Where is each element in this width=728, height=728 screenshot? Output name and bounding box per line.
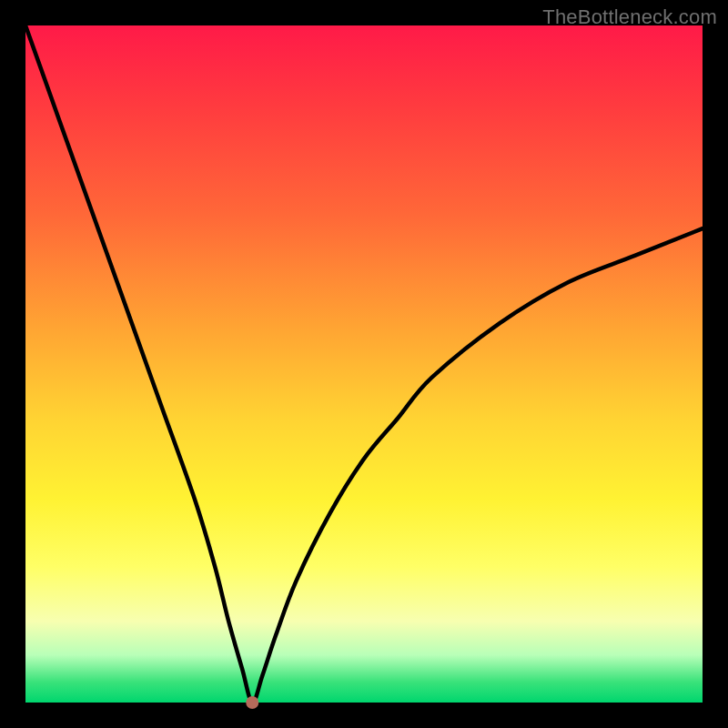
plot-area	[25, 25, 703, 703]
minimum-marker	[246, 696, 258, 709]
chart-frame: TheBottleneck.com	[0, 0, 728, 728]
curve-layer	[25, 25, 703, 703]
bottleneck-curve	[25, 25, 703, 703]
